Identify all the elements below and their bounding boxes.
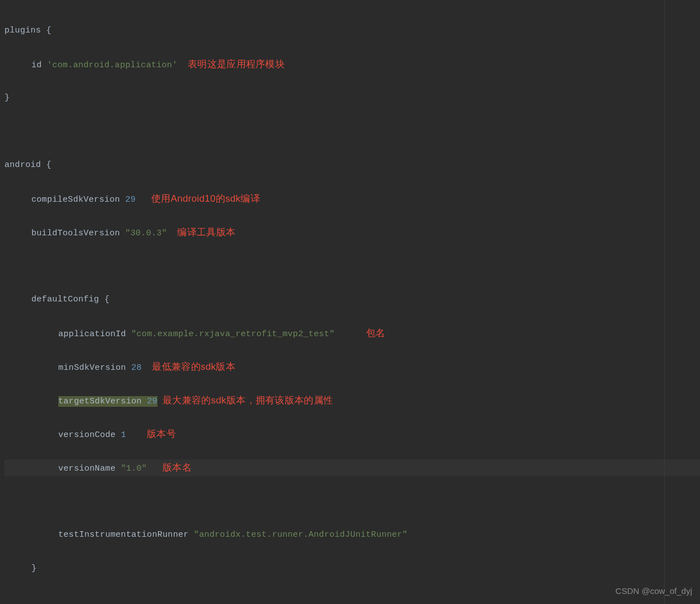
code-line: versionCode 1 版本号 <box>4 426 700 443</box>
code-line: plugins { <box>4 22 700 39</box>
code-line: android { <box>4 157 700 174</box>
code-line: id 'com.android.application' 表明这是应用程序模块 <box>4 56 700 73</box>
code-line: testInstrumentationRunner "androidx.test… <box>4 527 700 543</box>
code-line: applicationId "com.example.rxjava_retrof… <box>4 325 700 342</box>
code-editor[interactable]: plugins { id 'com.android.application' 表… <box>0 0 700 604</box>
watermark-text: CSDN @cow_of_dyj <box>615 583 692 600</box>
annotation-ver-name: 版本名 <box>163 462 192 473</box>
code-line: compileSdkVersion 29 使用Android10的sdk编译 <box>4 191 700 207</box>
code-line: buildToolsVersion "30.0.3" 编译工具版本 <box>4 224 700 241</box>
annotation-ver-code: 版本号 <box>147 429 176 439</box>
annotation-min-sdk: 最低兼容的sdk版本 <box>152 361 235 372</box>
code-line: defaultConfig { <box>4 291 700 308</box>
code-line: } <box>4 90 700 106</box>
code-line <box>4 493 700 510</box>
annotation-pkg-name: 包名 <box>366 328 386 338</box>
annotation-build-tools: 编译工具版本 <box>177 227 235 238</box>
annotation-target-sdk: 最大兼容的sdk版本，拥有该版本的属性 <box>163 395 333 406</box>
code-line-highlighted: versionName "1.0" 版本名 <box>4 459 700 476</box>
code-line: } <box>4 560 700 577</box>
code-line <box>4 123 700 140</box>
code-line: targetSdkVersion 29 最大兼容的sdk版本，拥有该版本的属性 <box>4 392 700 409</box>
code-line: minSdkVersion 28 最低兼容的sdk版本 <box>4 359 700 375</box>
code-line <box>4 594 700 604</box>
annotation-app-module: 表明这是应用程序模块 <box>188 59 285 69</box>
editor-right-margin <box>664 0 665 604</box>
annotation-sdk-compile: 使用Android10的sdk编译 <box>151 193 260 204</box>
code-line <box>4 258 700 275</box>
